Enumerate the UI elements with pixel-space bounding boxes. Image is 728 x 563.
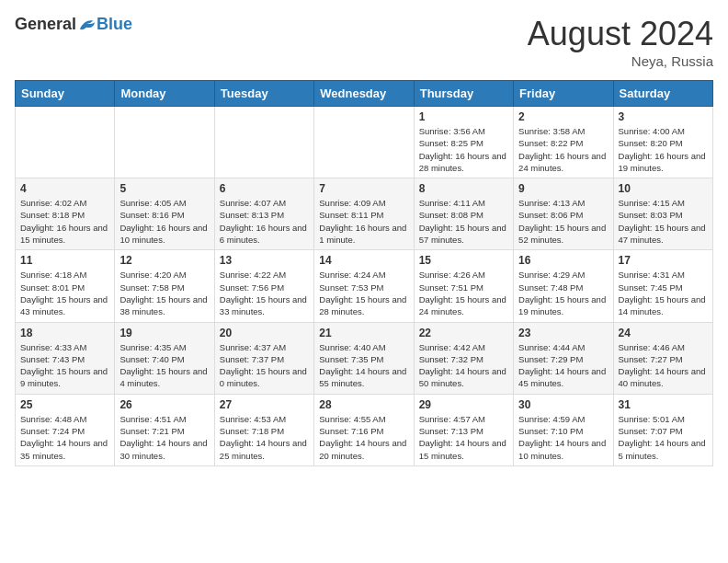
cell-sun-info: Sunrise: 4:40 AM Sunset: 7:35 PM Dayligh… [319,341,408,390]
cell-date-number: 31 [619,398,708,411]
cell-sun-info: Sunrise: 4:57 AM Sunset: 7:13 PM Dayligh… [419,413,508,462]
cell-sun-info: Sunrise: 4:15 AM Sunset: 8:03 PM Dayligh… [619,197,708,246]
cell-date-number: 12 [119,254,209,267]
cell-sun-info: Sunrise: 3:58 AM Sunset: 8:22 PM Dayligh… [518,125,608,174]
calendar-cell: 13Sunrise: 4:22 AM Sunset: 7:56 PM Dayli… [214,250,313,322]
cell-date-number: 11 [20,254,109,267]
calendar-week-2: 4Sunrise: 4:02 AM Sunset: 8:18 PM Daylig… [16,178,713,250]
cell-date-number: 4 [20,182,109,195]
weekday-header-tuesday: Tuesday [214,81,313,107]
location-subtitle: Neya, Russia [528,53,713,69]
cell-date-number: 22 [419,327,508,339]
calendar-cell: 7Sunrise: 4:09 AM Sunset: 8:11 PM Daylig… [314,178,414,250]
calendar-table: SundayMondayTuesdayWednesdayThursdayFrid… [15,80,713,466]
calendar-cell: 10Sunrise: 4:15 AM Sunset: 8:03 PM Dayli… [613,178,712,250]
cell-date-number: 27 [220,398,309,411]
cell-date-number: 7 [319,182,408,195]
cell-date-number: 20 [220,327,309,339]
calendar-cell: 27Sunrise: 4:53 AM Sunset: 7:18 PM Dayli… [214,394,313,465]
cell-date-number: 14 [319,254,408,267]
calendar-cell: 12Sunrise: 4:20 AM Sunset: 7:58 PM Dayli… [115,250,214,322]
calendar-cell: 19Sunrise: 4:35 AM Sunset: 7:40 PM Dayli… [115,322,214,394]
calendar-cell: 21Sunrise: 4:40 AM Sunset: 7:35 PM Dayli… [314,322,414,394]
logo-general-text: General [15,15,76,34]
calendar-cell: 3Sunrise: 4:00 AM Sunset: 8:20 PM Daylig… [613,107,712,178]
calendar-cell: 23Sunrise: 4:44 AM Sunset: 7:29 PM Dayli… [514,322,613,394]
calendar-week-5: 25Sunrise: 4:48 AM Sunset: 7:24 PM Dayli… [16,394,713,465]
weekday-header-sunday: Sunday [16,81,115,107]
calendar-cell: 31Sunrise: 5:01 AM Sunset: 7:07 PM Dayli… [613,394,712,465]
logo-blue-text: Blue [97,15,132,34]
cell-date-number: 18 [20,327,109,339]
weekday-header-row: SundayMondayTuesdayWednesdayThursdayFrid… [16,81,713,107]
cell-sun-info: Sunrise: 4:07 AM Sunset: 8:13 PM Dayligh… [220,197,309,246]
cell-sun-info: Sunrise: 4:33 AM Sunset: 7:43 PM Dayligh… [20,341,109,390]
cell-sun-info: Sunrise: 4:11 AM Sunset: 8:08 PM Dayligh… [419,197,508,246]
cell-date-number: 19 [119,327,209,339]
calendar-cell: 15Sunrise: 4:26 AM Sunset: 7:51 PM Dayli… [414,250,513,322]
weekday-header-friday: Friday [514,81,613,107]
title-block: August 2024 Neya, Russia [528,15,713,69]
cell-sun-info: Sunrise: 4:02 AM Sunset: 8:18 PM Dayligh… [20,197,109,246]
cell-date-number: 16 [518,254,608,267]
calendar-cell [115,107,214,178]
calendar-cell: 18Sunrise: 4:33 AM Sunset: 7:43 PM Dayli… [16,322,115,394]
cell-date-number: 9 [518,182,608,195]
calendar-cell: 30Sunrise: 4:59 AM Sunset: 7:10 PM Dayli… [514,394,613,465]
calendar-cell: 28Sunrise: 4:55 AM Sunset: 7:16 PM Dayli… [314,394,414,465]
cell-date-number: 1 [419,110,508,123]
cell-sun-info: Sunrise: 3:56 AM Sunset: 8:25 PM Dayligh… [419,125,508,174]
calendar-cell [16,107,115,178]
page-header: General Blue August 2024 Neya, Russia [15,15,713,69]
calendar-week-4: 18Sunrise: 4:33 AM Sunset: 7:43 PM Dayli… [16,322,713,394]
calendar-header: SundayMondayTuesdayWednesdayThursdayFrid… [16,81,713,107]
cell-sun-info: Sunrise: 4:00 AM Sunset: 8:20 PM Dayligh… [619,125,708,174]
cell-sun-info: Sunrise: 4:26 AM Sunset: 7:51 PM Dayligh… [419,269,508,317]
cell-date-number: 8 [419,182,508,195]
cell-sun-info: Sunrise: 4:29 AM Sunset: 7:48 PM Dayligh… [518,269,608,317]
cell-date-number: 17 [619,254,708,267]
calendar-cell: 4Sunrise: 4:02 AM Sunset: 8:18 PM Daylig… [16,178,115,250]
cell-date-number: 10 [619,182,708,195]
cell-date-number: 2 [518,110,608,123]
cell-date-number: 6 [220,182,309,195]
cell-sun-info: Sunrise: 4:53 AM Sunset: 7:18 PM Dayligh… [220,413,309,462]
cell-sun-info: Sunrise: 5:01 AM Sunset: 7:07 PM Dayligh… [619,413,708,462]
cell-sun-info: Sunrise: 4:42 AM Sunset: 7:32 PM Dayligh… [419,341,508,390]
calendar-cell: 14Sunrise: 4:24 AM Sunset: 7:53 PM Dayli… [314,250,414,322]
cell-sun-info: Sunrise: 4:51 AM Sunset: 7:21 PM Dayligh… [119,413,209,462]
cell-sun-info: Sunrise: 4:22 AM Sunset: 7:56 PM Dayligh… [220,269,309,317]
cell-date-number: 28 [319,398,408,411]
calendar-cell: 5Sunrise: 4:05 AM Sunset: 8:16 PM Daylig… [115,178,214,250]
cell-sun-info: Sunrise: 4:31 AM Sunset: 7:45 PM Dayligh… [619,269,708,317]
calendar-cell: 25Sunrise: 4:48 AM Sunset: 7:24 PM Dayli… [16,394,115,465]
calendar-cell [314,107,414,178]
cell-date-number: 15 [419,254,508,267]
cell-date-number: 3 [619,110,708,123]
calendar-cell: 26Sunrise: 4:51 AM Sunset: 7:21 PM Dayli… [115,394,214,465]
calendar-cell: 8Sunrise: 4:11 AM Sunset: 8:08 PM Daylig… [414,178,513,250]
calendar-cell: 22Sunrise: 4:42 AM Sunset: 7:32 PM Dayli… [414,322,513,394]
calendar-cell: 24Sunrise: 4:46 AM Sunset: 7:27 PM Dayli… [613,322,712,394]
cell-sun-info: Sunrise: 4:44 AM Sunset: 7:29 PM Dayligh… [518,341,608,390]
cell-sun-info: Sunrise: 4:13 AM Sunset: 8:06 PM Dayligh… [518,197,608,246]
cell-sun-info: Sunrise: 4:37 AM Sunset: 7:37 PM Dayligh… [220,341,309,390]
cell-date-number: 5 [119,182,209,195]
calendar-cell: 29Sunrise: 4:57 AM Sunset: 7:13 PM Dayli… [414,394,513,465]
calendar-cell: 1Sunrise: 3:56 AM Sunset: 8:25 PM Daylig… [414,107,513,178]
calendar-cell: 20Sunrise: 4:37 AM Sunset: 7:37 PM Dayli… [214,322,313,394]
logo: General Blue [15,15,132,34]
cell-date-number: 13 [220,254,309,267]
cell-date-number: 24 [619,327,708,339]
weekday-header-thursday: Thursday [414,81,513,107]
weekday-header-saturday: Saturday [613,81,712,107]
month-year-title: August 2024 [528,15,713,53]
cell-date-number: 29 [419,398,508,411]
cell-sun-info: Sunrise: 4:48 AM Sunset: 7:24 PM Dayligh… [20,413,109,462]
cell-sun-info: Sunrise: 4:35 AM Sunset: 7:40 PM Dayligh… [119,341,209,390]
cell-date-number: 23 [518,327,608,339]
cell-date-number: 25 [20,398,109,411]
cell-date-number: 30 [518,398,608,411]
cell-date-number: 21 [319,327,408,339]
calendar-cell: 17Sunrise: 4:31 AM Sunset: 7:45 PM Dayli… [613,250,712,322]
